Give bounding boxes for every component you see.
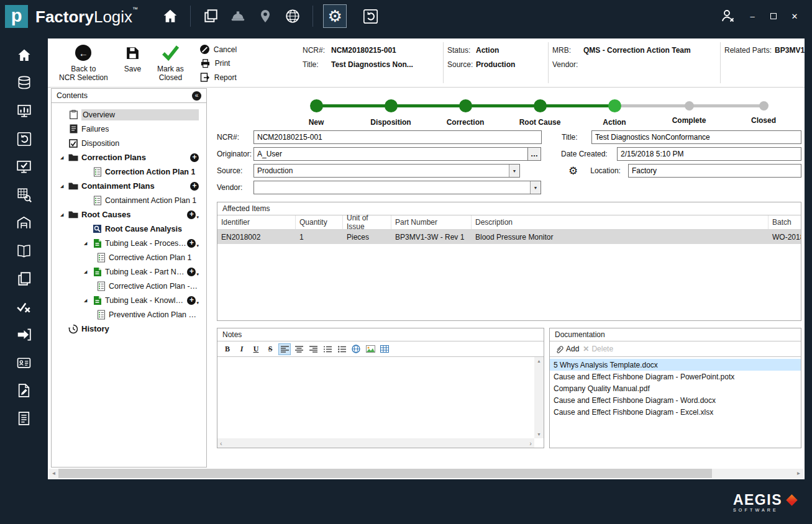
column-header-quantity[interactable]: Quantity xyxy=(296,215,343,229)
tree-item-tubing-leak-process[interactable]: ◢ Tubing Leak - Process R... +▾ xyxy=(52,236,206,250)
tree-item-disposition[interactable]: Disposition xyxy=(52,136,206,150)
cancel-button[interactable]: Cancel xyxy=(200,45,237,54)
tree-item-correction-plans[interactable]: ◢ Correction Plans + xyxy=(52,150,206,165)
numbered-list-button[interactable] xyxy=(321,343,334,355)
tree-item-overview[interactable]: Overview xyxy=(52,107,206,122)
scroll-right-icon[interactable]: › xyxy=(529,440,532,447)
source-combobox[interactable]: Production ▼ xyxy=(253,164,520,178)
scrollbar-thumb[interactable] xyxy=(58,469,712,478)
tree-item-root-cause-analysis[interactable]: Root Cause Analysis xyxy=(52,222,206,236)
expander-icon[interactable]: ◢ xyxy=(83,241,91,246)
bold-button[interactable]: B xyxy=(221,343,234,355)
add-containment-plan-button[interactable]: + xyxy=(190,182,199,191)
tree-item-corrective-action-plan-cr[interactable]: Corrective Action Plan - Cr... xyxy=(52,279,206,293)
column-header-part-number[interactable]: Part Number xyxy=(391,215,472,229)
align-left-button[interactable] xyxy=(278,343,291,355)
scroll-right-icon[interactable]: ► xyxy=(794,471,803,476)
settings-gear-icon[interactable]: ⚙ xyxy=(323,4,347,28)
affected-item-row[interactable]: EN2018002 1 Pieces BP3MV1-3W - Rev 1 Blo… xyxy=(217,230,801,244)
nav-document-edit-icon[interactable] xyxy=(0,382,48,399)
combo-arrow-icon[interactable]: ▼ xyxy=(509,165,519,177)
expander-icon[interactable]: ◢ xyxy=(83,269,91,274)
date-created-input[interactable] xyxy=(617,147,801,161)
scroll-left-icon[interactable]: ◄ xyxy=(49,471,58,476)
source-settings-gear-icon[interactable]: ⚙ xyxy=(568,166,578,176)
add-corrective-action-button[interactable]: +▾ xyxy=(187,239,199,248)
tree-item-corrective-action-plan-1[interactable]: Corrective Action Plan 1 xyxy=(52,250,206,264)
back-to-ncr-selection-button[interactable]: ← Back toNCR Selection xyxy=(59,43,108,82)
nav-transfer-arrow-icon[interactable] xyxy=(0,326,48,343)
underline-button[interactable]: U xyxy=(250,343,262,355)
undo-history-icon[interactable] xyxy=(357,8,384,25)
layers-icon[interactable] xyxy=(197,8,224,24)
add-correction-plan-button[interactable]: + xyxy=(190,153,199,162)
originator-browse-button[interactable]: … xyxy=(528,147,541,161)
nav-home-icon[interactable] xyxy=(0,47,48,64)
tree-item-preventive-action-plan-k[interactable]: Preventive Action Plan - K... xyxy=(52,307,206,322)
notes-horizontal-scrollbar[interactable]: ‹ › xyxy=(217,438,534,448)
strikethrough-button[interactable]: S xyxy=(264,343,276,355)
add-preventive-action-button[interactable]: +▾ xyxy=(187,296,199,305)
file-item[interactable]: Company Quality Manual.pdf xyxy=(550,382,801,394)
nav-production-chart-icon[interactable] xyxy=(0,102,48,120)
collapse-contents-icon[interactable]: « xyxy=(192,91,201,101)
minimize-button[interactable]: – xyxy=(747,12,757,21)
location-input[interactable] xyxy=(628,164,801,178)
column-header-batch[interactable]: Batch xyxy=(769,215,801,229)
tree-item-failures[interactable]: Failures xyxy=(52,122,206,136)
scroll-left-icon[interactable]: ‹ xyxy=(220,440,222,447)
insert-table-button[interactable] xyxy=(378,343,391,355)
nav-copy-pages-icon[interactable] xyxy=(0,270,48,287)
nav-book-icon[interactable] xyxy=(0,242,48,260)
insert-image-button[interactable] xyxy=(364,343,376,355)
ncr-number-input[interactable] xyxy=(253,130,542,144)
column-header-identifier[interactable]: Identifier xyxy=(217,215,296,229)
expander-icon[interactable]: ◢ xyxy=(60,184,68,189)
file-item[interactable]: 5 Whys Analysis Template.docx xyxy=(550,359,801,371)
add-root-cause-button[interactable]: +▾ xyxy=(187,210,199,219)
column-header-description[interactable]: Description xyxy=(472,215,769,229)
title-input[interactable] xyxy=(591,130,801,144)
tree-item-tubing-leak-part[interactable]: ◢ Tubing Leak - Part Num... +▾ xyxy=(52,264,206,279)
expander-icon[interactable]: ◢ xyxy=(60,212,68,217)
tree-item-root-causes[interactable]: ◢ Root Causes +▾ xyxy=(52,207,206,222)
nav-warehouse-icon[interactable] xyxy=(0,214,48,232)
notes-vertical-scrollbar[interactable]: ▲ ▼ xyxy=(534,357,544,438)
italic-button[interactable]: I xyxy=(235,343,248,355)
align-center-button[interactable] xyxy=(293,343,305,355)
nav-id-card-icon[interactable] xyxy=(0,354,48,371)
originator-input[interactable] xyxy=(253,147,528,161)
add-document-button[interactable]: Add xyxy=(555,345,579,354)
hyperlink-globe-button[interactable] xyxy=(350,343,362,355)
nav-database-icon[interactable] xyxy=(0,75,48,92)
notes-editor[interactable] xyxy=(217,357,534,438)
globe-icon[interactable] xyxy=(279,8,306,24)
report-button[interactable]: Report xyxy=(200,73,237,83)
close-button[interactable]: ✕ xyxy=(790,12,800,21)
align-right-button[interactable] xyxy=(307,343,319,355)
location-pin-icon[interactable] xyxy=(252,8,279,24)
file-item[interactable]: Cause and Effect Fishbone Diagram - Word… xyxy=(550,394,801,406)
maximize-button[interactable] xyxy=(769,12,778,21)
column-header-unit[interactable]: Unit of Issue xyxy=(343,215,391,229)
add-corrective-action-button[interactable]: +▾ xyxy=(187,268,199,276)
vendor-combobox[interactable]: ▼ xyxy=(253,181,541,194)
nav-history-icon[interactable] xyxy=(0,130,48,148)
scroll-down-icon[interactable]: ▼ xyxy=(537,432,541,436)
page-horizontal-scrollbar[interactable]: ◄ ► xyxy=(49,469,803,478)
hardhat-icon[interactable] xyxy=(224,8,252,24)
home-icon[interactable] xyxy=(157,8,184,24)
tree-item-containment-plans[interactable]: ◢ Containment Plans + xyxy=(52,179,206,193)
tree-item-containment-action-plan-1[interactable]: Containment Action Plan 1 xyxy=(52,193,206,207)
nav-document-notes-icon[interactable] xyxy=(0,410,48,427)
nav-check-x-icon[interactable] xyxy=(0,298,48,315)
user-remove-icon[interactable] xyxy=(720,9,736,24)
expander-icon[interactable]: ◢ xyxy=(60,155,68,160)
expander-icon[interactable]: ◢ xyxy=(83,298,91,303)
bullet-list-button[interactable] xyxy=(335,343,348,355)
file-item[interactable]: Cause and Effect Fishbone Diagram - Powe… xyxy=(550,371,801,382)
scroll-up-icon[interactable]: ▲ xyxy=(537,359,541,363)
tree-item-tubing-leak-knowledge[interactable]: ◢ Tubing Leak - Knowledg... +▾ xyxy=(52,293,206,307)
nav-monitor-check-icon[interactable] xyxy=(0,158,48,176)
combo-arrow-icon[interactable]: ▼ xyxy=(530,181,541,194)
